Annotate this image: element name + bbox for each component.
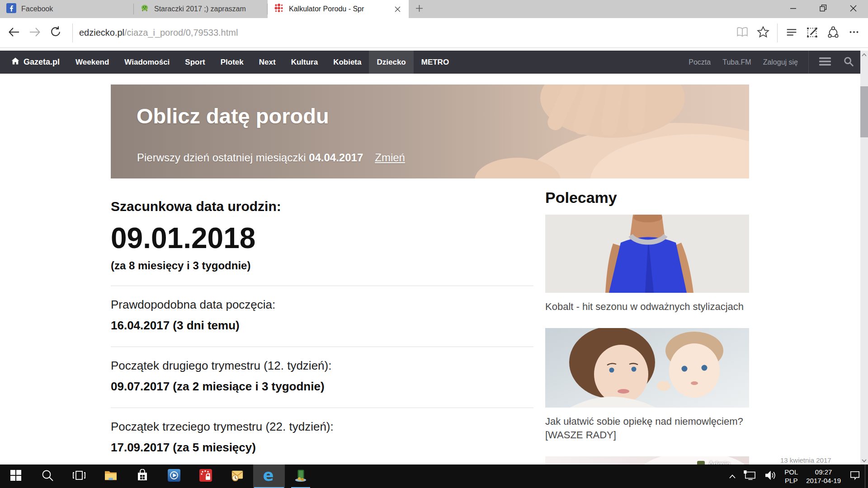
birth-date-note: (za 8 miesięcy i 3 tygodnie): [111, 259, 533, 272]
result-section-conception: Prawdopodobna data poczęcia: 16.04.2017 …: [111, 286, 533, 347]
tab-title: Kalkulator Porodu - Spr: [289, 5, 387, 13]
desktop-screen: Facebook Staraczki 2017 ;) zapraszam K: [0, 0, 868, 488]
nav-item-weekend[interactable]: Weekend: [68, 51, 117, 74]
nav-item-label: Kobieta: [333, 58, 361, 67]
nav-item-label: Wiadomości: [124, 58, 170, 67]
clock-date: 2017-04-19: [806, 476, 841, 485]
show-hidden-icons-button[interactable]: [725, 465, 740, 488]
link-poczta[interactable]: Poczta: [683, 51, 717, 74]
address-bar[interactable]: edziecko.pl/ciaza_i_porod/0,79533.html: [79, 28, 238, 38]
hero-title: Oblicz datę porodu: [137, 103, 329, 128]
nav-item-plotek[interactable]: Plotek: [213, 51, 251, 74]
back-icon: [7, 25, 21, 41]
gazeta-brand[interactable]: Gazeta.pl: [0, 51, 68, 74]
action-center-button[interactable]: [845, 465, 865, 488]
link-label: Tuba.FM: [722, 58, 751, 66]
results-column: Szacunkowa data urodzin: 09.01.2018 (za …: [111, 178, 533, 465]
tab-facebook[interactable]: Facebook: [0, 0, 134, 18]
article-card-niemowle[interactable]: Jak ułatwić sobie opiekę nad niemowlęcie…: [545, 328, 749, 442]
address-divider: [72, 23, 73, 42]
content-columns: Szacunkowa data urodzin: 09.01.2018 (za …: [111, 178, 749, 465]
network-status-button[interactable]: [740, 465, 760, 488]
reading-view-button[interactable]: [732, 23, 753, 43]
close-tab-icon[interactable]: [392, 4, 402, 14]
article-card-kobalt[interactable]: Kobalt - hit sezonu w odważnych stylizac…: [545, 215, 749, 314]
hub-icon: [785, 25, 798, 41]
site-search-button[interactable]: [837, 51, 860, 74]
taskbar-search-button[interactable]: [32, 465, 63, 488]
window-controls: [778, 0, 868, 18]
favorites-button[interactable]: [753, 23, 774, 43]
mail-app-button[interactable]: [222, 465, 253, 488]
web-note-button[interactable]: [802, 23, 823, 43]
section-label: Początek drugiego trymestru (12. tydzień…: [111, 359, 533, 372]
scrollbar-thumb[interactable]: [860, 86, 868, 137]
finance-app-button[interactable]: [285, 465, 316, 488]
tab-staraczki[interactable]: Staraczki 2017 ;) zapraszam: [134, 0, 268, 18]
share-button[interactable]: [823, 23, 844, 43]
forward-button[interactable]: [24, 23, 45, 43]
store-button[interactable]: [127, 465, 158, 488]
close-icon: [850, 5, 857, 14]
file-explorer-button[interactable]: [95, 465, 127, 488]
language-indicator[interactable]: POL PLP: [780, 465, 802, 488]
back-button[interactable]: [4, 23, 24, 43]
start-button[interactable]: [0, 465, 32, 488]
hero-subtitle: Pierwszy dzień ostatniej miesiączki 04.0…: [137, 151, 405, 164]
nav-item-wiadomosci[interactable]: Wiadomości: [117, 51, 177, 74]
nav-item-next[interactable]: Next: [251, 51, 283, 74]
clock[interactable]: 09:27 2017-04-19: [802, 465, 845, 488]
section-value: 17.09.2017 (za 5 miesięcy): [111, 441, 533, 454]
hub-button[interactable]: [781, 23, 802, 43]
scrollbar-up-icon[interactable]: [860, 51, 868, 59]
mother-baby-photo: [545, 328, 749, 408]
menu-button[interactable]: [813, 51, 837, 74]
nav-item-label: METRO: [421, 58, 449, 67]
edge-button[interactable]: e: [253, 465, 285, 488]
nav-item-kultura[interactable]: Kultura: [283, 51, 326, 74]
network-icon: [744, 470, 756, 483]
link-tubafm[interactable]: Tuba.FM: [717, 51, 757, 74]
change-date-link[interactable]: Zmień: [375, 151, 405, 164]
password-app-button[interactable]: [190, 465, 222, 488]
url-host: edziecko.pl: [79, 28, 124, 38]
refresh-button[interactable]: [45, 23, 66, 43]
action-center-icon: [849, 470, 861, 483]
tab-kalkulator-active[interactable]: Kalkulator Porodu - Spr: [268, 0, 409, 18]
article-caption[interactable]: Jak ułatwić sobie opiekę nad niemowlęcie…: [545, 415, 749, 442]
nav-item-dziecko-active[interactable]: Dziecko: [369, 51, 413, 74]
svg-text:e: e: [263, 466, 274, 484]
close-window-button[interactable]: [838, 0, 868, 18]
share-icon: [826, 25, 840, 41]
clock-time: 09:27: [806, 468, 841, 476]
restore-button[interactable]: [808, 0, 838, 18]
media-player-button[interactable]: [158, 465, 190, 488]
gazeta-nav-right: Poczta Tuba.FM Zaloguj się: [683, 51, 860, 74]
task-view-button[interactable]: [63, 465, 95, 488]
article-card-embed[interactable]: Admin: [545, 456, 749, 465]
volume-button[interactable]: [760, 465, 780, 488]
more-actions-button[interactable]: [844, 23, 864, 43]
store-icon: [137, 469, 148, 483]
minimize-button[interactable]: [778, 0, 808, 18]
sidebar-title: Polecamy: [545, 188, 749, 206]
recommended-sidebar: Polecamy Kobalt - hit sezonu w odważnych…: [545, 178, 749, 465]
nav-item-sport[interactable]: Sport: [177, 51, 212, 74]
new-tab-button[interactable]: [409, 0, 429, 18]
link-zaloguj[interactable]: Zaloguj się: [757, 51, 804, 74]
scrollbar-down-icon[interactable]: [860, 456, 868, 465]
link-label: Zaloguj się: [763, 58, 798, 66]
nav-item-label: Kultura: [291, 58, 318, 67]
hamburger-menu-icon: [819, 57, 831, 68]
nav-item-kobieta[interactable]: Kobieta: [326, 51, 369, 74]
keyboard-layout-code: PLP: [784, 476, 798, 485]
nav-item-label: Plotek: [221, 58, 244, 67]
nav-item-metro[interactable]: METRO: [414, 51, 457, 74]
article-caption[interactable]: Kobalt - hit sezonu w odważnych stylizac…: [545, 300, 749, 314]
hero-subtitle-text: Pierwszy dzień ostatniej miesiączki: [137, 151, 309, 164]
facebook-icon: [6, 3, 16, 15]
file-explorer-icon: [104, 469, 118, 483]
page-scrollbar[interactable]: [860, 51, 868, 465]
show-desktop-button[interactable]: [865, 465, 868, 488]
embed-author: Admin: [697, 460, 730, 465]
